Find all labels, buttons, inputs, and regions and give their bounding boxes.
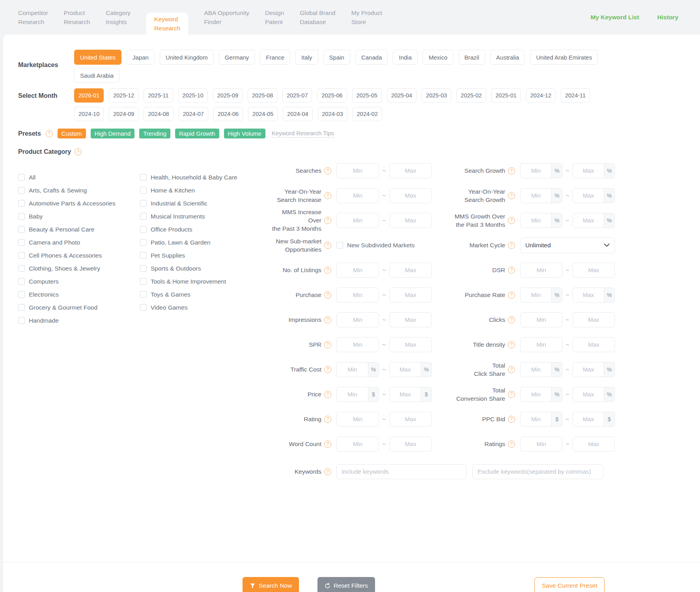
nav-tab[interactable]: Category Insights (106, 8, 131, 26)
checkbox-icon[interactable] (336, 242, 343, 248)
category-option[interactable]: Health, Household & Baby Care (140, 171, 237, 184)
reset-filters-button[interactable]: Reset Filters (317, 577, 375, 592)
save-current-preset-button[interactable]: Save Current Preset (534, 577, 605, 592)
category-option[interactable]: Patio, Lawn & Garden (140, 236, 237, 249)
month-option[interactable]: 2025-06 (317, 88, 347, 103)
max-input[interactable] (390, 362, 421, 377)
preset-tag[interactable]: Rapid Growth (175, 129, 219, 138)
max-input[interactable] (573, 313, 614, 327)
checkbox-icon[interactable] (140, 187, 147, 194)
month-option[interactable]: 2024-08 (144, 107, 173, 121)
new-subdivided-markets-option[interactable]: New Subdivided Markets (336, 242, 435, 249)
checkbox-icon[interactable] (18, 291, 25, 298)
marketplace-option[interactable]: United Arab Emirates (530, 50, 598, 65)
nav-link[interactable]: History (657, 14, 678, 21)
preset-tag[interactable]: High Volume (224, 129, 265, 138)
checkbox-icon[interactable] (140, 213, 147, 220)
month-option[interactable]: 2025-07 (282, 88, 312, 103)
month-option[interactable]: 2024-06 (213, 107, 243, 121)
max-input[interactable] (390, 313, 431, 327)
max-input[interactable] (390, 387, 421, 402)
market-cycle-select[interactable]: Unlimited (520, 237, 615, 253)
category-option[interactable]: Musical Instruments (140, 210, 237, 223)
month-option[interactable]: 2025-03 (422, 88, 451, 103)
checkbox-icon[interactable] (140, 278, 147, 285)
month-option[interactable]: 2024-10 (74, 107, 104, 121)
month-option[interactable]: 2025-11 (144, 88, 173, 103)
search-now-button[interactable]: Search Now (243, 577, 299, 592)
help-icon[interactable]: ? (324, 316, 331, 323)
month-option[interactable]: 2025-01 (491, 88, 521, 103)
max-input[interactable] (390, 288, 431, 302)
min-input[interactable] (337, 263, 379, 277)
min-input[interactable] (521, 313, 562, 327)
month-option[interactable]: 2024-11 (561, 88, 590, 103)
help-icon[interactable]: ? (508, 366, 515, 373)
max-input[interactable] (573, 412, 604, 426)
max-input[interactable] (573, 387, 604, 402)
nav-link[interactable]: My Keyword List (590, 14, 639, 21)
month-option[interactable]: 2025-02 (456, 88, 486, 103)
max-input[interactable] (390, 437, 431, 451)
help-icon[interactable]: ? (508, 167, 515, 174)
keyword-research-tips-link[interactable]: Keyword Research Tips (272, 130, 334, 138)
checkbox-icon[interactable] (18, 213, 25, 220)
include-keywords-input[interactable] (336, 464, 467, 479)
marketplace-option[interactable]: Italy (295, 50, 318, 65)
min-input[interactable] (521, 164, 551, 178)
category-option[interactable]: Camera and Photo (18, 236, 140, 249)
max-input[interactable] (390, 213, 431, 228)
help-icon[interactable]: ? (324, 242, 331, 249)
help-icon[interactable]: ? (324, 217, 331, 224)
min-input[interactable] (521, 437, 562, 451)
max-input[interactable] (390, 164, 431, 178)
month-option[interactable]: 2024-12 (526, 88, 556, 103)
max-input[interactable] (573, 164, 604, 178)
marketplace-option[interactable]: France (260, 50, 290, 65)
month-option[interactable]: 2025-09 (213, 88, 243, 103)
checkbox-icon[interactable] (140, 239, 147, 246)
marketplace-option[interactable]: Australia (490, 50, 525, 65)
category-option[interactable]: Computers (18, 275, 140, 288)
category-option[interactable]: Toys & Games (140, 288, 237, 301)
help-icon[interactable]: ? (324, 192, 331, 199)
checkbox-icon[interactable] (18, 252, 25, 259)
category-option[interactable]: Beauty & Personal Care (18, 223, 140, 236)
max-input[interactable] (573, 189, 604, 203)
help-icon[interactable]: ? (508, 291, 515, 299)
month-option[interactable]: 2024-05 (248, 107, 278, 121)
min-input[interactable] (337, 313, 379, 327)
nav-tab[interactable]: Keyword Research (146, 13, 188, 35)
month-option[interactable]: 2024-09 (109, 107, 138, 121)
min-input[interactable] (337, 288, 379, 302)
max-input[interactable] (573, 338, 614, 352)
min-input[interactable] (337, 338, 379, 352)
checkbox-icon[interactable] (140, 304, 147, 311)
max-input[interactable] (573, 362, 604, 377)
min-input[interactable] (521, 288, 551, 302)
min-input[interactable] (521, 338, 562, 352)
nav-tab[interactable]: Design Patent (265, 8, 284, 26)
help-icon[interactable]: ? (508, 441, 515, 448)
min-input[interactable] (337, 362, 368, 377)
month-option[interactable]: 2024-03 (318, 107, 347, 121)
max-input[interactable] (390, 263, 431, 277)
help-icon[interactable]: ? (75, 148, 82, 155)
marketplace-option[interactable]: United States (74, 50, 121, 65)
max-input[interactable] (390, 338, 431, 352)
max-input[interactable] (390, 412, 431, 426)
preset-tag[interactable]: High Demand (91, 129, 135, 138)
month-option[interactable]: 2025-10 (178, 88, 208, 103)
checkbox-icon[interactable] (18, 187, 25, 194)
max-input[interactable] (573, 288, 604, 302)
min-input[interactable] (337, 412, 379, 426)
help-icon[interactable]: ? (508, 391, 515, 398)
category-option[interactable]: All (18, 171, 140, 184)
help-icon[interactable]: ? (508, 341, 515, 348)
checkbox-icon[interactable] (140, 174, 147, 181)
category-option[interactable]: Video Games (140, 301, 237, 314)
help-icon[interactable]: ? (324, 441, 331, 448)
category-option[interactable]: Sports & Outdoors (140, 262, 237, 275)
month-option[interactable]: 2025-08 (248, 88, 277, 103)
help-icon[interactable]: ? (324, 391, 331, 398)
